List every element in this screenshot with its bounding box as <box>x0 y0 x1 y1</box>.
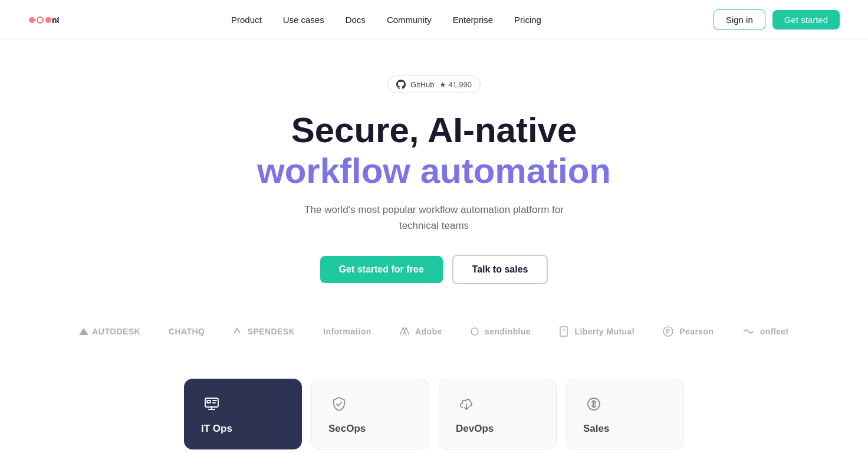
tab-it-ops[interactable]: IT Ops <box>184 379 302 449</box>
autodesk-icon <box>79 327 88 336</box>
logo-onfleet: onfleet <box>742 327 789 336</box>
hero-buttons: Get started for free Talk to sales <box>320 255 548 284</box>
logo-autodesk: AUTODESK <box>79 327 140 336</box>
nav-docs[interactable]: Docs <box>346 15 366 25</box>
tab-devops[interactable]: DevOps <box>439 379 557 449</box>
svg-rect-6 <box>560 327 567 336</box>
tab-secops[interactable]: SecOps <box>311 379 429 449</box>
signin-button[interactable]: Sign in <box>714 9 765 30</box>
nav-enterprise[interactable]: Enterprise <box>453 15 493 25</box>
libertymutual-icon <box>559 326 568 337</box>
logo-spendesk: SPENDESK <box>233 327 295 336</box>
tab-label-it-ops: IT Ops <box>201 423 232 435</box>
tab-label-secops: SecOps <box>328 423 366 435</box>
nav-pricing[interactable]: Pricing <box>514 15 541 25</box>
tab-label-devops: DevOps <box>456 423 494 435</box>
logo-libertymutual: Liberty Mutual <box>559 326 634 337</box>
github-icon <box>396 80 406 89</box>
headline-line1: Secure, AI-native <box>291 110 577 150</box>
svg-text:n8n: n8n <box>52 15 59 25</box>
svg-point-1 <box>37 17 43 23</box>
logo-icon: n8n <box>28 12 59 28</box>
adobe-icon <box>400 327 409 336</box>
cta-secondary-button[interactable]: Talk to sales <box>452 255 548 284</box>
hero-section: GitHub ★ 41,990 Secure, AI-native workfl… <box>0 40 868 314</box>
spendesk-icon <box>233 327 241 336</box>
logo[interactable]: n8n <box>28 12 59 28</box>
github-label: GitHub <box>410 80 434 89</box>
logo-pearson: P Pearson <box>663 326 714 337</box>
tab-label-sales: Sales <box>583 423 609 435</box>
logo-sendinblue: sendinblue <box>471 327 531 336</box>
tab-sales[interactable]: Sales <box>566 379 684 449</box>
dollar-icon <box>583 393 604 415</box>
tabs-section: IT Ops SecOps DevOps Sales <box>0 367 868 449</box>
pearson-icon: P <box>663 326 673 337</box>
github-stars: ★ 41,990 <box>439 80 472 89</box>
hero-subtext: The world's most popular workflow automa… <box>292 202 576 234</box>
logo-chathq: CHATHQ <box>169 327 205 336</box>
cta-primary-button[interactable]: Get started for free <box>320 256 443 283</box>
navigation: n8n Product Use cases Docs Community Ent… <box>0 0 868 40</box>
getstarted-button[interactable]: Get started <box>772 10 840 29</box>
nav-community[interactable]: Community <box>387 15 432 25</box>
logo-information: Information <box>323 327 371 336</box>
monitor-icon <box>201 393 222 415</box>
nav-links: Product Use cases Docs Community Enterpr… <box>231 15 541 25</box>
svg-rect-10 <box>207 401 211 403</box>
nav-usecases[interactable]: Use cases <box>283 15 324 25</box>
shield-icon <box>328 393 350 415</box>
nav-actions: Sign in Get started <box>714 9 840 30</box>
svg-point-5 <box>471 328 478 335</box>
github-badge[interactable]: GitHub ★ 41,990 <box>387 76 481 93</box>
sendinblue-icon <box>471 327 479 336</box>
cloud-icon <box>456 393 477 415</box>
headline-line2: workflow automation <box>257 150 611 191</box>
svg-point-0 <box>29 17 35 23</box>
logo-adobe: Adobe <box>400 327 442 336</box>
svg-text:P: P <box>666 329 670 335</box>
onfleet-icon <box>742 328 754 335</box>
logos-section: AUTODESK CHATHQ SPENDESK Information Ado… <box>0 314 868 367</box>
svg-marker-4 <box>79 328 88 335</box>
hero-headline: Secure, AI-native workflow automation <box>257 110 611 191</box>
nav-product[interactable]: Product <box>231 15 262 25</box>
svg-point-2 <box>45 17 51 23</box>
